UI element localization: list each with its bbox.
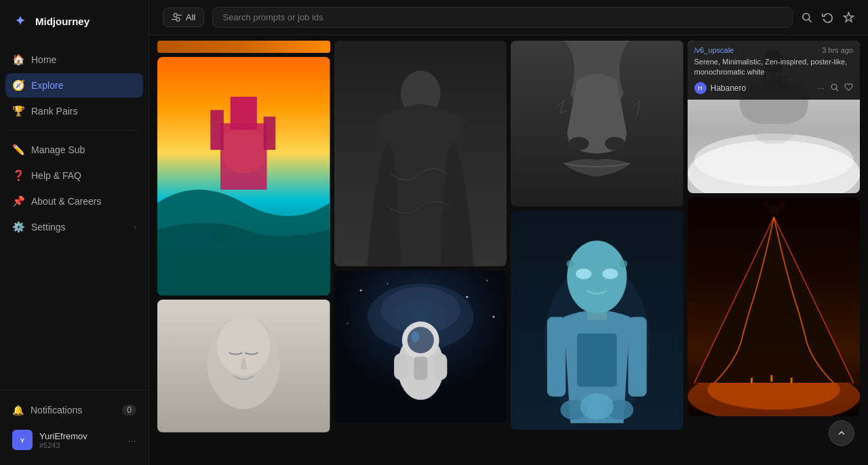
search-input[interactable] bbox=[212, 7, 793, 28]
svg-point-24 bbox=[466, 296, 468, 298]
sidebar-bottom: 🔔 Notifications 0 Y YuriEfremov #5243 ··… bbox=[0, 390, 149, 465]
sidebar-item-manage-sub[interactable]: ✏️ Manage Sub bbox=[5, 138, 143, 162]
svg-point-51 bbox=[566, 260, 574, 268]
avatar: Y bbox=[12, 430, 33, 450]
topbar: All bbox=[149, 0, 868, 35]
svg-point-39 bbox=[569, 137, 589, 150]
tooltip-time: 3 hrs ago bbox=[822, 46, 853, 54]
sidebar-item-about-label: About & Careers bbox=[31, 196, 102, 207]
svg-rect-53 bbox=[547, 317, 566, 396]
app-name: Midjourney bbox=[35, 16, 90, 27]
sidebar-nav: 🏠 Home 🧭 Explore 🏆 Rank Pairs ✏️ Manage … bbox=[0, 42, 149, 390]
svg-point-26 bbox=[347, 323, 348, 324]
tooltip-username: Habanero bbox=[711, 83, 747, 93]
svg-rect-73 bbox=[750, 378, 752, 383]
svg-rect-12 bbox=[264, 117, 276, 150]
sidebar-item-rank-pairs-label: Rank Pairs bbox=[31, 106, 77, 117]
grid-col-1 bbox=[157, 41, 330, 432]
notification-count: 0 bbox=[122, 405, 136, 416]
nav-divider-1 bbox=[11, 130, 138, 131]
settings-icon: ⚙️ bbox=[12, 221, 24, 233]
sidebar-item-home[interactable]: 🏠 Home bbox=[5, 47, 143, 72]
explore-icon: 🧭 bbox=[12, 79, 24, 92]
logo-icon: ✦ bbox=[11, 12, 28, 30]
filter-all-button[interactable]: All bbox=[163, 7, 204, 27]
home-icon: 🏠 bbox=[12, 54, 24, 66]
svg-rect-11 bbox=[210, 110, 224, 150]
tooltip-actions: ··· bbox=[817, 83, 853, 94]
svg-rect-13 bbox=[231, 97, 257, 130]
main-content: All bbox=[149, 0, 868, 465]
sidebar-item-rank-pairs[interactable]: 🏆 Rank Pairs bbox=[5, 99, 143, 123]
topbar-icons bbox=[801, 12, 854, 23]
user-info: YuriEfremov #5243 bbox=[39, 431, 87, 449]
sidebar-item-explore-label: Explore bbox=[31, 80, 63, 91]
svg-point-77 bbox=[762, 201, 769, 207]
svg-point-32 bbox=[407, 327, 433, 353]
svg-point-78 bbox=[778, 201, 786, 209]
notifications-item[interactable]: 🔔 Notifications 0 bbox=[5, 399, 143, 422]
sidebar-item-manage-sub-label: Manage Sub bbox=[31, 144, 85, 155]
sidebar-item-settings[interactable]: ⚙️ Settings › bbox=[5, 215, 143, 239]
tooltip-description: Serene, Minimalistic, Zen-inspired, post… bbox=[694, 57, 854, 78]
svg-point-2 bbox=[174, 14, 177, 17]
image-card-sunset-castle[interactable] bbox=[157, 57, 330, 296]
image-card-stone-face[interactable] bbox=[511, 41, 684, 207]
tooltip-user-avatar: H bbox=[694, 82, 707, 94]
tooltip-more-icon[interactable]: ··· bbox=[817, 83, 825, 94]
sidebar-item-home-label: Home bbox=[31, 54, 56, 65]
sidebar-item-help-faq-label: Help & FAQ bbox=[31, 170, 81, 181]
svg-rect-43 bbox=[577, 333, 617, 386]
help-faq-icon: ❓ bbox=[12, 169, 24, 182]
svg-rect-74 bbox=[790, 378, 792, 383]
refresh-icon[interactable] bbox=[822, 12, 833, 23]
svg-point-6 bbox=[803, 14, 810, 20]
search-icon[interactable] bbox=[801, 12, 812, 23]
user-profile-row[interactable]: Y YuriEfremov #5243 ··· bbox=[5, 423, 143, 457]
svg-point-49 bbox=[576, 268, 591, 279]
sidebar-item-about[interactable]: 📌 About & Careers bbox=[5, 189, 143, 214]
svg-line-7 bbox=[809, 20, 812, 22]
tooltip-header: /v6_upscale 3 hrs ago bbox=[694, 46, 854, 54]
image-card-floating-island[interactable]: /v6_upscale 3 hrs ago Serene, Minimalist… bbox=[688, 41, 861, 193]
tooltip-command: /v6_upscale bbox=[694, 46, 734, 54]
image-card-robot-woman[interactable] bbox=[511, 211, 684, 430]
tooltip-footer: H Habanero ··· bbox=[694, 82, 854, 94]
svg-rect-54 bbox=[628, 317, 646, 396]
tooltip-search-icon[interactable] bbox=[830, 83, 839, 94]
svg-rect-75 bbox=[770, 375, 772, 382]
tooltip-favorite-icon[interactable] bbox=[844, 83, 853, 94]
grid-col-3 bbox=[511, 41, 684, 432]
settings-arrow-icon: › bbox=[134, 223, 136, 231]
svg-rect-34 bbox=[394, 353, 408, 380]
svg-point-22 bbox=[359, 289, 361, 291]
svg-line-65 bbox=[836, 89, 838, 91]
svg-text:Y: Y bbox=[20, 437, 25, 444]
svg-point-64 bbox=[831, 84, 837, 89]
notifications-label: Notifications bbox=[31, 405, 82, 416]
filter-all-label: All bbox=[186, 12, 195, 22]
image-card-fire-pyramid[interactable] bbox=[688, 197, 861, 416]
image-card-astronaut[interactable] bbox=[334, 270, 507, 423]
svg-point-46 bbox=[580, 393, 614, 420]
rank-pairs-icon: 🏆 bbox=[12, 105, 24, 117]
svg-point-48 bbox=[567, 241, 627, 314]
svg-point-33 bbox=[411, 331, 419, 342]
user-more-icon[interactable]: ··· bbox=[127, 434, 136, 446]
image-card-dark-figure[interactable] bbox=[334, 41, 507, 266]
sidebar-item-explore[interactable]: 🧭 Explore bbox=[5, 73, 143, 98]
about-icon: 📌 bbox=[12, 195, 24, 207]
image-card-topstrip[interactable] bbox=[157, 41, 330, 53]
svg-point-52 bbox=[620, 260, 628, 268]
scroll-up-button[interactable] bbox=[829, 420, 854, 446]
app-logo: ✦ Midjourney bbox=[0, 0, 149, 42]
grid-col-4: /v6_upscale 3 hrs ago Serene, Minimalist… bbox=[688, 41, 861, 432]
svg-point-25 bbox=[486, 280, 488, 281]
image-card-sculpture[interactable] bbox=[157, 300, 330, 432]
sidebar-item-help-faq[interactable]: ❓ Help & FAQ bbox=[5, 163, 143, 188]
svg-rect-36 bbox=[414, 357, 427, 380]
username: YuriEfremov bbox=[39, 431, 87, 441]
sparkle-icon[interactable] bbox=[843, 12, 854, 23]
grid-col-2 bbox=[334, 41, 507, 432]
sidebar: ✦ Midjourney 🏠 Home 🧭 Explore 🏆 Rank Pai… bbox=[0, 0, 149, 465]
